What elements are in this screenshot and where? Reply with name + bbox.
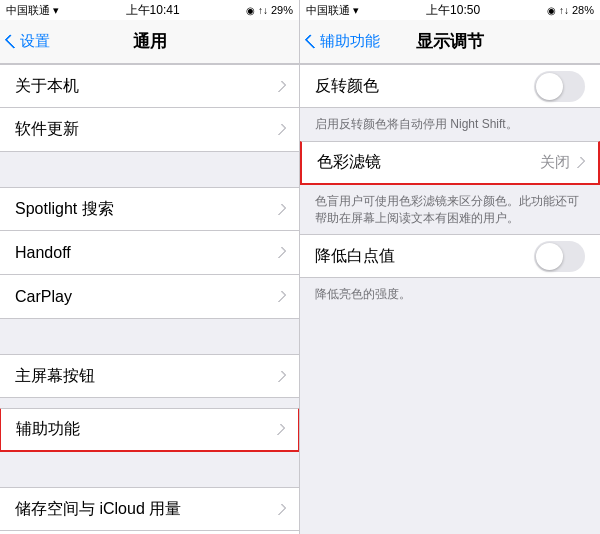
carplay-label: CarPlay	[15, 288, 277, 306]
left-separator-2	[0, 319, 299, 354]
accessibility-label: 辅助功能	[16, 419, 276, 440]
left-group-1: 关于本机 软件更新	[0, 64, 299, 152]
invert-colors-description: 启用反转颜色将自动停用 Night Shift。	[300, 108, 600, 141]
left-back-label: 设置	[20, 32, 50, 51]
settings-item-reduce-white-point[interactable]: 降低白点值	[300, 234, 600, 278]
right-panel: 中国联通 ▾ 上午10:50 ◉ ↑↓ 28% 辅助功能 显示调节 反转颜色	[300, 0, 600, 534]
invert-colors-label: 反转颜色	[315, 76, 534, 97]
home-button-label: 主屏幕按钮	[15, 366, 277, 387]
about-label: 关于本机	[15, 76, 277, 97]
right-group-3: 降低白点值	[300, 234, 600, 278]
settings-item-storage[interactable]: 储存空间与 iCloud 用量	[0, 487, 299, 531]
right-settings-list: 反转颜色 启用反转颜色将自动停用 Night Shift。 色彩滤镜 关闭 色盲…	[300, 64, 600, 534]
right-group-2: 色彩滤镜 关闭	[300, 141, 600, 185]
software-update-label: 软件更新	[15, 119, 277, 140]
left-status-bar: 中国联通 ▾ 上午10:41 ◉ ↑↓ 29%	[0, 0, 299, 20]
left-status-left: 中国联通 ▾	[6, 3, 59, 18]
left-group-5: 储存空间与 iCloud 用量 后台应用刷新	[0, 487, 299, 534]
color-filter-description: 色盲用户可使用色彩滤镜来区分颜色。此功能还可帮助在屏幕上阅读文本有困难的用户。	[300, 185, 600, 235]
handoff-label: Handoff	[15, 244, 277, 262]
settings-item-spotlight[interactable]: Spotlight 搜索	[0, 187, 299, 231]
left-battery: 29%	[271, 4, 293, 16]
left-nav-title: 通用	[133, 30, 167, 53]
settings-item-invert-colors[interactable]: 反转颜色	[300, 64, 600, 108]
left-carrier: 中国联通	[6, 3, 50, 18]
right-group-1: 反转颜色	[300, 64, 600, 108]
left-signal-icon: ◉ ↑↓	[246, 5, 268, 16]
left-settings-list: 关于本机 软件更新 Spotlight 搜索 Handoff CarPlay	[0, 64, 299, 534]
settings-item-handoff[interactable]: Handoff	[0, 231, 299, 275]
right-back-label: 辅助功能	[320, 32, 380, 51]
settings-item-carplay[interactable]: CarPlay	[0, 275, 299, 319]
left-nav-bar: 设置 通用	[0, 20, 299, 64]
left-group-4: 辅助功能	[0, 408, 299, 452]
color-filter-value: 关闭	[540, 153, 570, 172]
invert-colors-toggle-container	[534, 71, 585, 102]
left-group-2: Spotlight 搜索 Handoff CarPlay	[0, 187, 299, 319]
left-wifi-icon: ▾	[53, 4, 59, 17]
right-carrier: 中国联通	[306, 3, 350, 18]
left-back-button[interactable]: 设置	[8, 32, 50, 51]
settings-item-accessibility[interactable]: 辅助功能	[0, 408, 299, 452]
left-separator-4	[0, 452, 299, 487]
right-status-left: 中国联通 ▾	[306, 3, 359, 18]
right-battery: 28%	[572, 4, 594, 16]
right-nav-bar: 辅助功能 显示调节	[300, 20, 600, 64]
right-signal-icon: ◉ ↑↓	[547, 5, 569, 16]
left-time: 上午10:41	[126, 2, 180, 19]
invert-colors-toggle-knob	[536, 73, 563, 100]
right-nav-title: 显示调节	[416, 30, 484, 53]
reduce-white-point-toggle-container	[534, 241, 585, 272]
left-status-right: ◉ ↑↓ 29%	[246, 4, 293, 16]
settings-item-about[interactable]: 关于本机	[0, 64, 299, 108]
right-chevron-icon	[305, 34, 320, 49]
reduce-white-point-toggle-knob	[536, 243, 563, 270]
right-status-right: ◉ ↑↓ 28%	[547, 4, 594, 16]
invert-colors-toggle[interactable]	[534, 71, 585, 102]
color-filter-chevron-icon	[573, 156, 586, 169]
storage-label: 储存空间与 iCloud 用量	[15, 499, 277, 520]
reduce-white-point-label: 降低白点值	[315, 246, 534, 267]
reduce-white-point-toggle[interactable]	[534, 241, 585, 272]
left-group-3: 主屏幕按钮	[0, 354, 299, 398]
right-time: 上午10:50	[426, 2, 480, 19]
spotlight-label: Spotlight 搜索	[15, 199, 277, 220]
left-chevron-icon	[5, 34, 20, 49]
left-panel: 中国联通 ▾ 上午10:41 ◉ ↑↓ 29% 设置 通用 关于本机 软件更新	[0, 0, 300, 534]
left-separator-1	[0, 152, 299, 187]
right-wifi-icon: ▾	[353, 4, 359, 17]
right-back-button[interactable]: 辅助功能	[308, 32, 380, 51]
settings-item-home-button[interactable]: 主屏幕按钮	[0, 354, 299, 398]
color-filter-label: 色彩滤镜	[317, 152, 540, 173]
reduce-white-point-description: 降低亮色的强度。	[300, 278, 600, 311]
right-status-bar: 中国联通 ▾ 上午10:50 ◉ ↑↓ 28%	[300, 0, 600, 20]
settings-item-color-filter[interactable]: 色彩滤镜 关闭	[300, 141, 600, 185]
settings-item-software-update[interactable]: 软件更新	[0, 108, 299, 152]
left-separator-3	[0, 398, 299, 408]
